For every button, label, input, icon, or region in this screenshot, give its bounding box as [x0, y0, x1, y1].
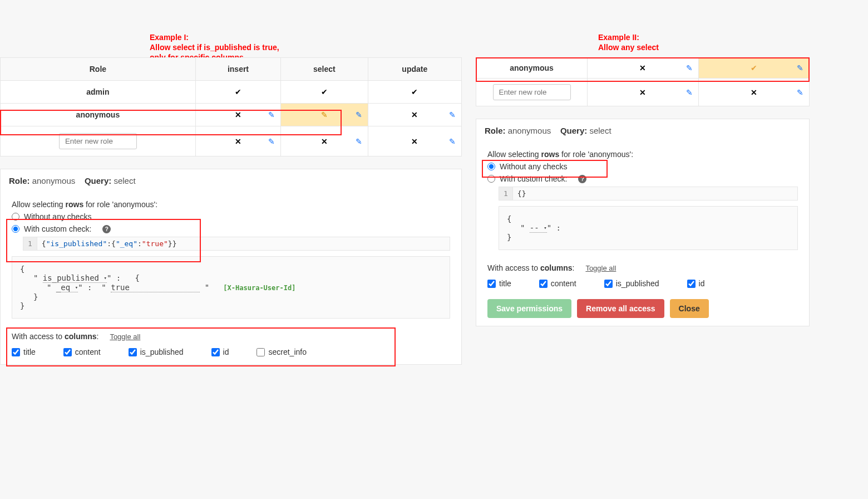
col-label: content: [551, 279, 576, 288]
highlight-box: [0, 110, 342, 135]
new-role-cell: [476, 79, 588, 106]
perm-cell[interactable]: ✕✎: [368, 126, 461, 156]
role-admin: admin: [1, 81, 196, 104]
cross-icon: ✕: [639, 88, 646, 97]
action-buttons: Save permissions Remove all access Close: [487, 299, 798, 318]
col-select: select: [281, 58, 368, 81]
highlight-box: [6, 219, 201, 262]
checkbox-title[interactable]: [487, 280, 496, 288]
perm-cell[interactable]: ✕✎: [368, 104, 461, 126]
json-editor[interactable]: 1 {}: [499, 187, 798, 200]
checkbox-is-published[interactable]: [604, 280, 613, 288]
checkbox-content[interactable]: [539, 280, 548, 288]
toggle-all-link[interactable]: Toggle all: [585, 264, 616, 272]
cross-icon: ✕: [411, 137, 418, 146]
perm-cell[interactable]: ✔: [195, 81, 280, 104]
highlight-box: [476, 57, 810, 82]
perm-cell[interactable]: ✔: [368, 81, 461, 104]
table-row: admin ✔ ✔ ✔: [1, 81, 462, 104]
pencil-icon[interactable]: ✎: [356, 110, 362, 119]
remove-button[interactable]: Remove all access: [577, 299, 664, 318]
allow-text: Allow selecting rows for role 'anonymous…: [487, 150, 798, 159]
pencil-icon[interactable]: ✎: [449, 137, 456, 146]
perm-cell[interactable]: ✔: [281, 81, 368, 104]
cross-icon: ✕: [321, 137, 328, 146]
operator-dropdown[interactable]: _eq: [56, 283, 78, 292]
pencil-icon[interactable]: ✎: [449, 110, 456, 119]
annotation-text: Example II:: [598, 32, 659, 42]
field-dropdown[interactable]: --: [530, 223, 547, 233]
value-input[interactable]: true: [111, 283, 200, 292]
col-label: id: [699, 279, 705, 288]
permissions-table-left: Role insert select update admin ✔ ✔ ✔ an…: [0, 57, 462, 156]
perm-cell[interactable]: ✕✎: [588, 79, 699, 106]
highlight-box: [6, 327, 396, 366]
col-update: update: [368, 58, 461, 81]
check-icon: ✔: [411, 87, 418, 96]
pencil-icon[interactable]: ✎: [686, 88, 693, 97]
table-row: ✕✎ ✕✎: [476, 79, 810, 106]
columns-header: With access to columns: Toggle all: [487, 263, 798, 272]
query-builder[interactable]: { " --" : }: [499, 206, 798, 250]
permission-section: Role: anonymous Query: select Allow sele…: [0, 169, 462, 365]
new-role-input[interactable]: [493, 84, 571, 100]
close-button[interactable]: Close: [670, 299, 709, 318]
annotation-text: Allow any select: [598, 42, 659, 52]
pencil-icon[interactable]: ✎: [268, 137, 275, 146]
col-insert: insert: [195, 58, 280, 81]
perm-cell[interactable]: ✕✎: [698, 79, 810, 106]
annotation-text: Example I:: [150, 32, 279, 42]
section-header: Role: anonymous Query: select: [476, 119, 809, 142]
code-content: {}: [513, 187, 531, 200]
col-role: Role: [1, 58, 196, 81]
cross-icon: ✕: [235, 137, 241, 146]
new-role-input[interactable]: [59, 133, 137, 149]
checkbox-id[interactable]: [687, 280, 696, 288]
cross-icon: ✕: [411, 110, 418, 119]
allow-text: Allow selecting rows for role 'anonymous…: [12, 200, 450, 209]
cross-icon: ✕: [751, 88, 757, 97]
section-header: Role: anonymous Query: select: [1, 169, 461, 192]
col-label: is_published: [616, 279, 659, 288]
pencil-icon[interactable]: ✎: [356, 137, 362, 146]
save-button[interactable]: Save permissions: [487, 299, 571, 318]
check-icon: ✔: [321, 87, 328, 96]
code-lineno: 1: [499, 187, 513, 200]
hasura-hint[interactable]: [X-Hasura-User-Id]: [223, 284, 295, 292]
annotation-text: Allow select if is_published is true,: [150, 42, 279, 52]
highlight-box: [482, 160, 608, 178]
field-dropdown[interactable]: is_published: [43, 273, 107, 283]
col-label: title: [499, 279, 511, 288]
pencil-icon[interactable]: ✎: [797, 88, 803, 97]
columns-list: title content is_published id: [487, 279, 798, 288]
permission-section: Role: anonymous Query: select Allow sele…: [476, 119, 810, 326]
check-icon: ✔: [235, 87, 241, 96]
query-builder[interactable]: { " is_published" : { " _eq" : " true " …: [12, 256, 450, 319]
